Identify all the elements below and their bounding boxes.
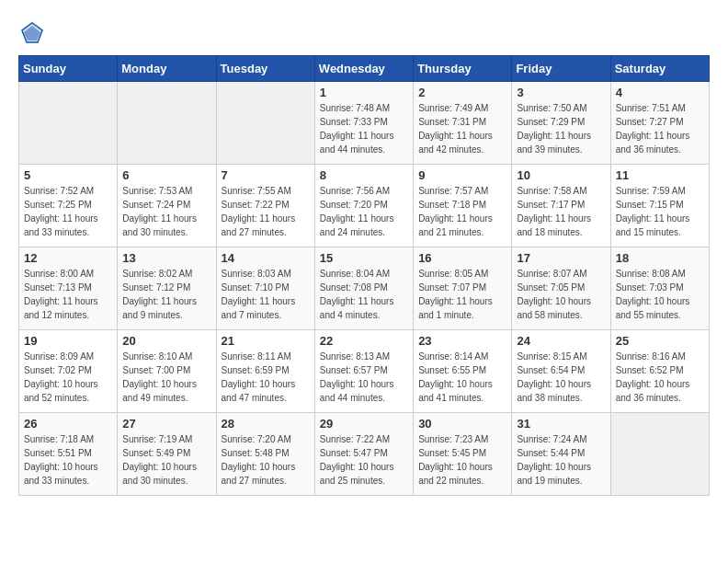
day-info: Sunrise: 7:56 AM Sunset: 7:20 PM Dayligh…	[320, 184, 408, 239]
page-header	[18, 18, 710, 46]
logo-icon	[18, 18, 46, 46]
calendar-cell: 20Sunrise: 8:10 AM Sunset: 7:00 PM Dayli…	[118, 330, 216, 413]
day-number: 26	[24, 417, 112, 431]
day-number: 22	[320, 334, 408, 348]
day-info: Sunrise: 7:52 AM Sunset: 7:25 PM Dayligh…	[24, 184, 112, 239]
calendar-cell: 27Sunrise: 7:19 AM Sunset: 5:49 PM Dayli…	[118, 413, 216, 496]
header-tuesday: Tuesday	[216, 56, 314, 82]
day-number: 6	[122, 168, 210, 182]
header-friday: Friday	[512, 56, 610, 82]
day-info: Sunrise: 7:58 AM Sunset: 7:17 PM Dayligh…	[517, 184, 605, 239]
day-info: Sunrise: 7:53 AM Sunset: 7:24 PM Dayligh…	[122, 184, 210, 239]
calendar-cell: 9Sunrise: 7:57 AM Sunset: 7:18 PM Daylig…	[414, 165, 512, 247]
calendar-cell: 7Sunrise: 7:55 AM Sunset: 7:22 PM Daylig…	[216, 165, 314, 247]
day-number: 9	[418, 168, 506, 182]
calendar-header-row: SundayMondayTuesdayWednesdayThursdayFrid…	[19, 56, 710, 82]
day-info: Sunrise: 8:13 AM Sunset: 6:57 PM Dayligh…	[320, 350, 408, 405]
day-info: Sunrise: 8:10 AM Sunset: 7:00 PM Dayligh…	[122, 350, 210, 405]
calendar-cell: 22Sunrise: 8:13 AM Sunset: 6:57 PM Dayli…	[314, 330, 413, 413]
header-wednesday: Wednesday	[314, 56, 413, 82]
day-number: 12	[24, 251, 112, 265]
calendar-cell: 11Sunrise: 7:59 AM Sunset: 7:15 PM Dayli…	[610, 165, 709, 247]
calendar-cell: 14Sunrise: 8:03 AM Sunset: 7:10 PM Dayli…	[216, 247, 314, 330]
calendar-week-4: 19Sunrise: 8:09 AM Sunset: 7:02 PM Dayli…	[19, 330, 710, 413]
day-info: Sunrise: 8:07 AM Sunset: 7:05 PM Dayligh…	[517, 267, 605, 322]
day-info: Sunrise: 8:05 AM Sunset: 7:07 PM Dayligh…	[418, 267, 506, 322]
calendar-cell: 15Sunrise: 8:04 AM Sunset: 7:08 PM Dayli…	[314, 247, 413, 330]
day-info: Sunrise: 7:48 AM Sunset: 7:33 PM Dayligh…	[320, 101, 408, 156]
day-number: 19	[24, 334, 112, 348]
calendar-cell: 19Sunrise: 8:09 AM Sunset: 7:02 PM Dayli…	[19, 330, 118, 413]
day-info: Sunrise: 8:00 AM Sunset: 7:13 PM Dayligh…	[24, 267, 112, 322]
day-number: 24	[517, 334, 605, 348]
day-info: Sunrise: 7:50 AM Sunset: 7:29 PM Dayligh…	[517, 101, 605, 156]
day-info: Sunrise: 7:22 AM Sunset: 5:47 PM Dayligh…	[320, 432, 408, 488]
day-number: 29	[320, 417, 408, 431]
calendar-cell: 28Sunrise: 7:20 AM Sunset: 5:48 PM Dayli…	[216, 413, 314, 496]
day-number: 21	[222, 334, 310, 348]
day-info: Sunrise: 7:18 AM Sunset: 5:51 PM Dayligh…	[24, 432, 112, 488]
calendar-cell	[216, 82, 314, 165]
day-info: Sunrise: 7:23 AM Sunset: 5:45 PM Dayligh…	[418, 432, 506, 488]
logo	[18, 18, 50, 46]
day-info: Sunrise: 8:04 AM Sunset: 7:08 PM Dayligh…	[320, 267, 408, 322]
day-number: 1	[320, 86, 408, 99]
calendar-cell: 3Sunrise: 7:50 AM Sunset: 7:29 PM Daylig…	[512, 82, 610, 165]
day-info: Sunrise: 7:51 AM Sunset: 7:27 PM Dayligh…	[616, 101, 704, 156]
day-info: Sunrise: 8:14 AM Sunset: 6:55 PM Dayligh…	[418, 350, 506, 405]
day-number: 3	[517, 86, 605, 99]
day-info: Sunrise: 8:08 AM Sunset: 7:03 PM Dayligh…	[616, 267, 704, 322]
calendar-cell	[118, 82, 216, 165]
calendar-cell	[610, 413, 709, 496]
day-number: 28	[222, 417, 310, 431]
calendar-cell: 6Sunrise: 7:53 AM Sunset: 7:24 PM Daylig…	[118, 165, 216, 247]
calendar-week-5: 26Sunrise: 7:18 AM Sunset: 5:51 PM Dayli…	[19, 413, 710, 496]
calendar-cell: 4Sunrise: 7:51 AM Sunset: 7:27 PM Daylig…	[610, 82, 709, 165]
day-number: 15	[320, 251, 408, 265]
calendar-week-3: 12Sunrise: 8:00 AM Sunset: 7:13 PM Dayli…	[19, 247, 710, 330]
day-number: 17	[517, 251, 605, 265]
calendar-cell	[19, 82, 118, 165]
calendar-cell: 21Sunrise: 8:11 AM Sunset: 6:59 PM Dayli…	[216, 330, 314, 413]
calendar-cell: 26Sunrise: 7:18 AM Sunset: 5:51 PM Dayli…	[19, 413, 118, 496]
day-info: Sunrise: 7:20 AM Sunset: 5:48 PM Dayligh…	[222, 432, 310, 488]
day-number: 16	[418, 251, 506, 265]
calendar-cell: 12Sunrise: 8:00 AM Sunset: 7:13 PM Dayli…	[19, 247, 118, 330]
day-info: Sunrise: 7:55 AM Sunset: 7:22 PM Dayligh…	[222, 184, 310, 239]
day-info: Sunrise: 8:09 AM Sunset: 7:02 PM Dayligh…	[24, 350, 112, 405]
day-number: 14	[222, 251, 310, 265]
calendar-cell: 24Sunrise: 8:15 AM Sunset: 6:54 PM Dayli…	[512, 330, 610, 413]
day-info: Sunrise: 8:15 AM Sunset: 6:54 PM Dayligh…	[517, 350, 605, 405]
calendar-cell: 13Sunrise: 8:02 AM Sunset: 7:12 PM Dayli…	[118, 247, 216, 330]
day-number: 4	[616, 86, 704, 99]
day-number: 8	[320, 168, 408, 182]
day-number: 31	[517, 417, 605, 431]
day-info: Sunrise: 8:11 AM Sunset: 6:59 PM Dayligh…	[222, 350, 310, 405]
calendar-cell: 18Sunrise: 8:08 AM Sunset: 7:03 PM Dayli…	[610, 247, 709, 330]
day-number: 18	[616, 251, 704, 265]
calendar-cell: 29Sunrise: 7:22 AM Sunset: 5:47 PM Dayli…	[314, 413, 413, 496]
day-number: 11	[616, 168, 704, 182]
calendar-week-1: 1Sunrise: 7:48 AM Sunset: 7:33 PM Daylig…	[19, 82, 710, 165]
day-info: Sunrise: 8:03 AM Sunset: 7:10 PM Dayligh…	[222, 267, 310, 322]
calendar-cell: 8Sunrise: 7:56 AM Sunset: 7:20 PM Daylig…	[314, 165, 413, 247]
header-saturday: Saturday	[610, 56, 709, 82]
day-info: Sunrise: 7:24 AM Sunset: 5:44 PM Dayligh…	[517, 432, 605, 488]
calendar-cell: 5Sunrise: 7:52 AM Sunset: 7:25 PM Daylig…	[19, 165, 118, 247]
calendar-cell: 10Sunrise: 7:58 AM Sunset: 7:17 PM Dayli…	[512, 165, 610, 247]
day-number: 7	[222, 168, 310, 182]
day-number: 10	[517, 168, 605, 182]
day-number: 30	[418, 417, 506, 431]
day-number: 20	[122, 334, 210, 348]
calendar-cell: 2Sunrise: 7:49 AM Sunset: 7:31 PM Daylig…	[414, 82, 512, 165]
day-number: 27	[122, 417, 210, 431]
calendar-cell: 17Sunrise: 8:07 AM Sunset: 7:05 PM Dayli…	[512, 247, 610, 330]
header-sunday: Sunday	[19, 56, 118, 82]
calendar-cell: 31Sunrise: 7:24 AM Sunset: 5:44 PM Dayli…	[512, 413, 610, 496]
calendar-cell: 1Sunrise: 7:48 AM Sunset: 7:33 PM Daylig…	[314, 82, 413, 165]
header-thursday: Thursday	[414, 56, 512, 82]
calendar-cell: 16Sunrise: 8:05 AM Sunset: 7:07 PM Dayli…	[414, 247, 512, 330]
day-info: Sunrise: 7:57 AM Sunset: 7:18 PM Dayligh…	[418, 184, 506, 239]
day-info: Sunrise: 7:59 AM Sunset: 7:15 PM Dayligh…	[616, 184, 704, 239]
calendar-cell: 30Sunrise: 7:23 AM Sunset: 5:45 PM Dayli…	[414, 413, 512, 496]
